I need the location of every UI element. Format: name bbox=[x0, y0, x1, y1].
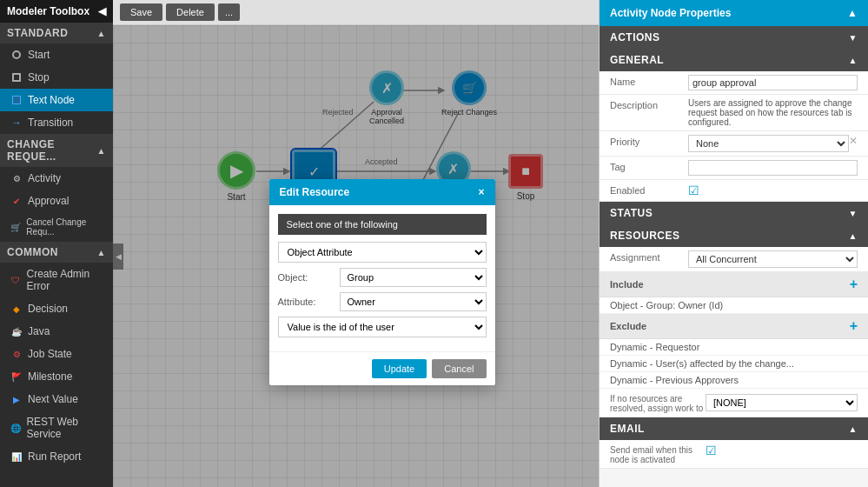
modal-attribute-select[interactable]: Owner Member Manager bbox=[340, 292, 487, 311]
sidebar-item-milestone[interactable]: 🚩 Milestone bbox=[0, 365, 113, 388]
create-admin-error-icon: 🛡 bbox=[10, 274, 21, 286]
prop-priority-select[interactable]: None Low Medium High bbox=[688, 135, 849, 152]
prop-enabled-checkbox[interactable]: ☑ bbox=[688, 183, 699, 197]
sidebar-item-next-value[interactable]: ▶ Next Value bbox=[0, 388, 113, 410]
prop-description-row: Description Users are assigned to approv… bbox=[600, 95, 868, 131]
canvas-area: Save Delete ... ◀ bbox=[113, 0, 599, 487]
modal-footer: Update Cancel bbox=[269, 351, 495, 385]
sidebar-item-job-state[interactable]: ⚙ Job State bbox=[0, 343, 113, 365]
modal-close-icon[interactable]: × bbox=[478, 186, 484, 198]
section-common-chevron: ▲ bbox=[97, 248, 106, 257]
modal-body: Select one of the following Object Attri… bbox=[269, 205, 495, 351]
section-status-label: STATUS bbox=[610, 207, 653, 219]
section-standard-label: STANDARD bbox=[7, 27, 68, 39]
section-actions-chevron: ▼ bbox=[849, 33, 858, 43]
sidebar-item-run-report[interactable]: 📊 Run Report bbox=[0, 445, 113, 468]
section-email[interactable]: EMAIL ▲ bbox=[600, 417, 868, 440]
prop-name-label: Name bbox=[610, 75, 688, 87]
priority-clear-icon[interactable]: ✕ bbox=[849, 135, 858, 147]
section-standard[interactable]: STANDARD ▲ bbox=[0, 23, 113, 43]
modal-overlay: Edit Resource × Select one of the follow… bbox=[113, 25, 599, 487]
toolbar-bar: Save Delete ... bbox=[113, 0, 599, 25]
toolbox-header: Modeler Toolbox ◀ bbox=[0, 0, 113, 23]
sidebar-item-rest-web-service[interactable]: 🌐 REST Web Service bbox=[0, 410, 113, 445]
prop-name-row: Name bbox=[600, 71, 868, 95]
text-node-label: Text Node bbox=[28, 94, 75, 106]
exclude-item-1: Dynamic - User(s) affected by the change… bbox=[600, 356, 868, 372]
exclude-item-0: Dynamic - Requestor bbox=[600, 339, 868, 356]
prop-send-email-row: Send email when this node is activated ☑ bbox=[600, 440, 868, 469]
include-label: Include bbox=[610, 279, 644, 290]
sidebar-item-approval[interactable]: ✔ Approval bbox=[0, 190, 113, 212]
exclude-add-button[interactable]: + bbox=[850, 318, 858, 334]
prop-enabled-label: Enabled bbox=[610, 183, 688, 196]
section-email-label: EMAIL bbox=[610, 423, 645, 435]
rest-web-service-icon: 🌐 bbox=[10, 422, 21, 434]
diagram-canvas[interactable]: ◀ ▶ Start bbox=[113, 25, 599, 487]
section-status-chevron: ▼ bbox=[849, 209, 858, 218]
prop-no-resources-select[interactable]: [NONE] bbox=[706, 394, 858, 411]
prop-assignment-select[interactable]: All Concurrent Round Robin bbox=[688, 250, 858, 268]
milestone-icon: 🚩 bbox=[10, 370, 23, 383]
prop-no-resources-row: If no resources are resolved, assign wor… bbox=[600, 389, 868, 417]
sidebar-item-start[interactable]: Start bbox=[0, 43, 113, 66]
exclude-label: Exclude bbox=[610, 321, 646, 331]
modal-section-label: Select one of the following bbox=[278, 214, 487, 235]
stop-label: Stop bbox=[28, 71, 50, 83]
include-add-button[interactable]: + bbox=[850, 277, 858, 292]
section-email-chevron: ▲ bbox=[849, 424, 858, 434]
sidebar-item-cancel[interactable]: 🛒 Cancel Change Requ... bbox=[0, 212, 113, 242]
section-resources-chevron: ▲ bbox=[849, 231, 858, 241]
include-item-0: Object - Group: Owner (Id) bbox=[600, 297, 868, 314]
prop-enabled-row: Enabled ☑ bbox=[600, 180, 868, 202]
delete-button[interactable]: Delete bbox=[166, 3, 215, 21]
prop-description-value: Users are assigned to approve the change… bbox=[688, 98, 858, 127]
job-state-icon: ⚙ bbox=[10, 348, 23, 360]
modal-attribute-row: Attribute: Owner Member Manager bbox=[278, 292, 487, 311]
section-change-label: CHANGE REQUE... bbox=[7, 138, 97, 163]
create-admin-error-label: Create Admin Error bbox=[26, 268, 106, 292]
start-label: Start bbox=[28, 49, 50, 61]
section-actions[interactable]: ACTIONS ▼ bbox=[600, 26, 868, 49]
sidebar-item-create-admin-error[interactable]: 🛡 Create Admin Error bbox=[0, 263, 113, 297]
prop-name-input[interactable] bbox=[688, 75, 858, 90]
right-panel-header: Activity Node Properties ▲ bbox=[600, 0, 868, 26]
prop-send-email-checkbox[interactable]: ☑ bbox=[706, 444, 717, 457]
sidebar-item-decision[interactable]: ◆ Decision bbox=[0, 297, 113, 320]
toolbox-collapse-icon[interactable]: ◀ bbox=[98, 5, 106, 17]
prop-tag-input[interactable] bbox=[688, 160, 858, 176]
java-icon: ☕ bbox=[10, 325, 23, 337]
more-button[interactable]: ... bbox=[218, 3, 240, 21]
sidebar-item-activity[interactable]: ⚙ Activity bbox=[0, 167, 113, 190]
prop-assignment-label: Assignment bbox=[610, 250, 688, 263]
approval-label: Approval bbox=[28, 195, 69, 207]
prop-priority-row: Priority None Low Medium High ✕ bbox=[600, 131, 868, 157]
prop-send-email-label: Send email when this node is activated bbox=[610, 444, 706, 464]
transition-icon: → bbox=[10, 117, 23, 129]
sidebar-item-stop[interactable]: Stop bbox=[0, 66, 113, 89]
section-common[interactable]: COMMON ▲ bbox=[0, 242, 113, 263]
sidebar-item-text-node[interactable]: Text Node bbox=[0, 89, 113, 111]
sidebar-item-transition[interactable]: → Transition bbox=[0, 111, 113, 134]
modal-header: Edit Resource × bbox=[269, 179, 495, 205]
modal-value-select[interactable]: Value is the id of the user Value is the… bbox=[278, 317, 487, 337]
right-panel-title: Activity Node Properties bbox=[610, 7, 731, 19]
modal-object-row: Object: Group User Role bbox=[278, 268, 487, 287]
modal-object-select[interactable]: Group User Role bbox=[340, 268, 487, 287]
prop-tag-row: Tag bbox=[600, 157, 868, 180]
sidebar-item-java[interactable]: ☕ Java bbox=[0, 320, 113, 343]
modal-cancel-button[interactable]: Cancel bbox=[432, 359, 486, 378]
run-report-label: Run Report bbox=[28, 450, 81, 463]
section-change-reque[interactable]: CHANGE REQUE... ▲ bbox=[0, 134, 113, 167]
prop-tag-label: Tag bbox=[610, 160, 688, 172]
right-panel-collapse-icon[interactable]: ▲ bbox=[847, 7, 858, 19]
modal-type-select[interactable]: Object Attribute Dynamic Static bbox=[278, 242, 487, 263]
modal-update-button[interactable]: Update bbox=[372, 359, 427, 378]
save-button[interactable]: Save bbox=[120, 3, 162, 21]
activity-label: Activity bbox=[28, 172, 61, 184]
section-standard-chevron: ▲ bbox=[97, 29, 106, 38]
section-general[interactable]: GENERAL ▲ bbox=[600, 49, 868, 71]
next-value-icon: ▶ bbox=[10, 393, 23, 405]
section-status[interactable]: STATUS ▼ bbox=[600, 202, 868, 224]
section-resources[interactable]: RESOURCES ▲ bbox=[600, 224, 868, 247]
